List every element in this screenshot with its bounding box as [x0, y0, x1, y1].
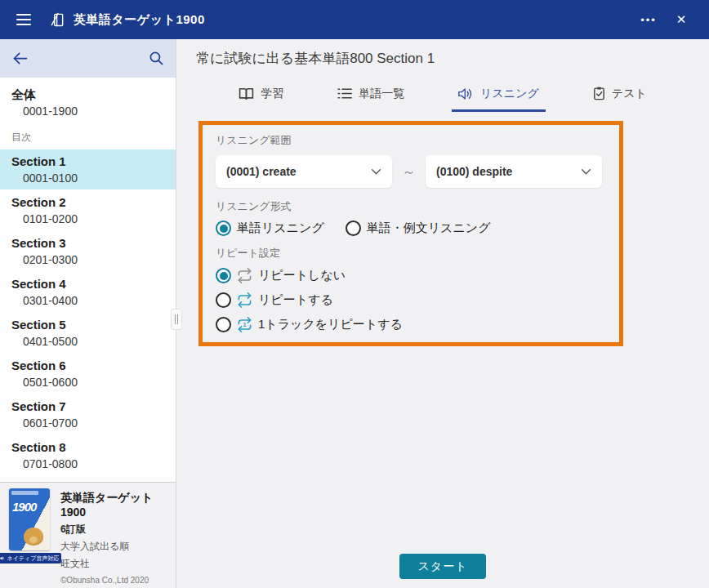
- main-header: 常に試験に出る基本単語800 Section 1: [176, 39, 709, 78]
- search-icon[interactable]: [149, 51, 164, 66]
- clipboard-check-icon: [593, 87, 605, 100]
- book-title-number: 1900: [60, 505, 171, 519]
- section-list[interactable]: 全体 0001-1900 目次 Section 1 0001-0100 Sect…: [0, 78, 176, 482]
- sidebar-header: [0, 39, 176, 78]
- radio-no-repeat[interactable]: リピートしない: [216, 268, 606, 283]
- book-info-panel: 1900 ネイティブ音声対応 英単語ターゲット 1900 6訂版 大学入試出る順…: [0, 482, 176, 588]
- sidebar: 全体 0001-1900 目次 Section 1 0001-0100 Sect…: [0, 39, 176, 588]
- speaker-icon: [0, 555, 6, 561]
- radio-repeat-one-track[interactable]: 1 1トラックをリピートする: [216, 317, 606, 332]
- repeat-setting-options: リピートしない リピートする 1: [216, 268, 606, 332]
- speaker-icon: [458, 87, 474, 100]
- book-cover-image: 1900: [9, 488, 50, 550]
- close-button[interactable]: ✕: [665, 6, 698, 33]
- sidebar-item-section-4[interactable]: Section 4 0301-0400: [0, 272, 176, 312]
- listening-format-options: 単語リスニング 単語・例文リスニング: [216, 220, 606, 236]
- radio-button: [216, 317, 231, 332]
- sidebar-item-section-1[interactable]: Section 1 0001-0100: [0, 149, 176, 189]
- tab-listening[interactable]: リスニング: [452, 78, 546, 112]
- repeat-icon: [237, 292, 252, 308]
- sidebar-splitter-handle[interactable]: [171, 309, 182, 330]
- listening-format-label: リスニング形式: [216, 199, 606, 214]
- app-window: 英単語ターゲット1900 ••• ✕ 全体 0001-1900 目次: [0, 0, 709, 588]
- radio-button: [216, 220, 231, 236]
- sidebar-item-section-3[interactable]: Section 3 0201-0300: [0, 231, 176, 271]
- repeat-one-icon: 1: [237, 317, 252, 332]
- range-to-dropdown[interactable]: (0100) despite: [426, 155, 602, 188]
- chevron-down-icon: [581, 164, 591, 179]
- radio-repeat[interactable]: リピートする: [216, 292, 606, 308]
- more-options-button[interactable]: •••: [632, 6, 665, 33]
- native-audio-badge: ネイティブ音声対応: [0, 553, 61, 564]
- app-logo-icon: [49, 11, 65, 28]
- svg-text:1: 1: [243, 322, 247, 328]
- back-arrow-icon[interactable]: [11, 50, 29, 67]
- hamburger-menu-icon[interactable]: [10, 6, 38, 33]
- tab-test[interactable]: テスト: [586, 78, 653, 112]
- main-panel: 常に試験に出る基本単語800 Section 1 学習 単語一覧: [176, 39, 709, 588]
- book-open-icon: [239, 87, 254, 100]
- sidebar-item-section-5[interactable]: Section 5 0401-0500: [0, 313, 176, 353]
- page-title: 常に試験に出る基本単語800 Section 1: [196, 49, 435, 68]
- book-subtitle: 大学入試出る順: [60, 540, 171, 554]
- sidebar-item-section-8[interactable]: Section 8 0701-0800: [0, 435, 176, 475]
- radio-word-example-listening[interactable]: 単語・例文リスニング: [346, 220, 491, 236]
- list-icon: [337, 87, 352, 100]
- app-title: 英単語ターゲット1900: [74, 12, 205, 28]
- listening-range-label: リスニング範囲: [216, 133, 606, 148]
- radio-button: [216, 268, 231, 283]
- range-from-dropdown[interactable]: (0001) create: [216, 155, 392, 188]
- settings-panel-orange-highlight: リスニング範囲 (0001) create ～ (0100) despite リ…: [198, 121, 623, 346]
- listening-range-row: (0001) create ～ (0100) despite: [216, 155, 606, 188]
- book-publisher: 旺文社: [60, 557, 171, 571]
- dog-illustration: [24, 528, 43, 546]
- tab-bar: 学習 単語一覧 リスニング: [176, 78, 709, 112]
- range-separator: ～: [402, 163, 416, 181]
- start-button[interactable]: スタート: [399, 554, 486, 579]
- sidebar-item-section-2[interactable]: Section 2 0101-0200: [0, 190, 176, 230]
- sidebar-item-section-7[interactable]: Section 7 0601-0700: [0, 394, 176, 434]
- radio-button: [216, 292, 231, 308]
- listening-settings-content: リスニング範囲 (0001) create ～ (0100) despite リ…: [176, 112, 709, 588]
- repeat-off-icon: [237, 268, 252, 283]
- radio-button: [346, 220, 361, 236]
- tab-study[interactable]: 学習: [232, 78, 290, 112]
- sidebar-item-section-9[interactable]: Section 9 0801-0900: [0, 476, 176, 482]
- chevron-down-icon: [371, 164, 381, 179]
- sidebar-item-all[interactable]: 全体 0001-1900: [0, 82, 176, 122]
- book-copyright: ©Obunsha Co.,Ltd 2020: [60, 576, 171, 585]
- sidebar-item-section-6[interactable]: Section 6 0501-0600: [0, 354, 176, 394]
- tab-word-list[interactable]: 単語一覧: [331, 78, 411, 112]
- titlebar: 英単語ターゲット1900 ••• ✕: [0, 0, 709, 39]
- book-edition: 6訂版: [60, 523, 171, 537]
- repeat-setting-label: リピート設定: [216, 246, 606, 261]
- book-title: 英単語ターゲット: [60, 490, 171, 505]
- toc-label: 目次: [0, 122, 176, 149]
- radio-word-listening[interactable]: 単語リスニング: [216, 220, 324, 236]
